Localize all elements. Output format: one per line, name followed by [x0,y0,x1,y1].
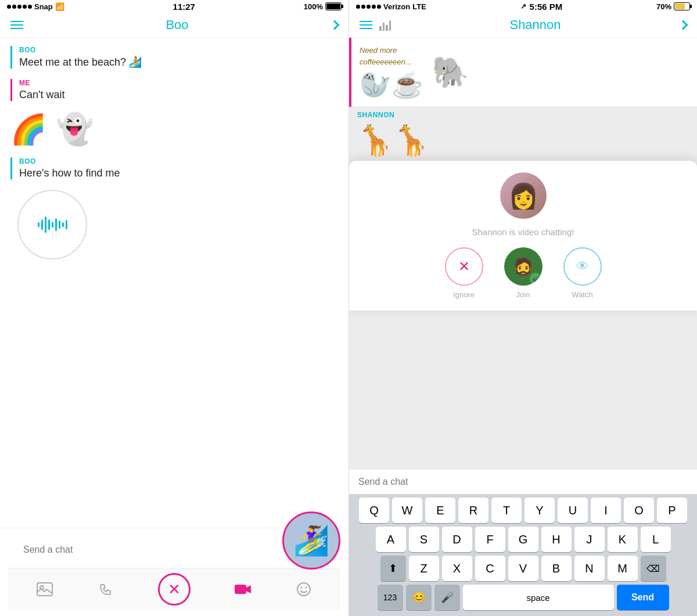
key-I[interactable]: I [591,498,621,523]
key-T[interactable]: T [491,498,522,523]
key-U[interactable]: U [558,498,588,523]
right-send-chat[interactable] [349,469,697,494]
sticker-row: 🌈 👻 [10,111,338,147]
sender-label-boo-2: BOO [19,157,338,165]
message-text-boo-1: Meet me at the beach? 🏄 [19,56,338,69]
svg-point-5 [306,587,307,589]
battery-fill-left [326,3,340,9]
ignore-call-btn-left[interactable]: ✕ [158,573,191,606]
bar-chart-icon[interactable] [379,19,391,31]
coffee-walrus-sticker: 🦭☕ [360,70,423,100]
walrus-sticker: 🐘 [432,55,469,90]
chat-title-right: Shannon [509,17,561,33]
message-text-me: Can't wait [19,89,338,101]
key-Q[interactable]: Q [359,498,389,523]
right-battery-area: 70% [656,2,690,11]
key-X[interactable]: X [442,556,472,581]
key-V[interactable]: V [508,556,538,581]
key-L[interactable]: L [641,527,671,552]
key-A[interactable]: A [376,527,406,552]
wifi-icon: 📶 [55,2,64,11]
key-D[interactable]: D [442,527,472,552]
right-status-left: Verizon LTE [356,2,426,11]
key-O[interactable]: O [624,498,654,523]
join-label: Join [516,290,530,299]
ignore-x-icon: ✕ [458,258,470,275]
left-status-bar: Snap 📶 11:27 100% [0,0,348,13]
mic-key[interactable]: 🎤 [434,585,460,610]
key-C[interactable]: C [475,556,505,581]
left-chat-area[interactable]: BOO Meet me at the beach? 🏄 ME Can't wai… [0,38,348,528]
left-bottom-toolbar: ✕ [8,568,340,610]
send-key[interactable]: Send [617,585,669,610]
chevron-right-left[interactable] [330,20,340,30]
left-status-right: 100% [304,2,342,11]
camera-toolbar-btn[interactable] [233,580,252,599]
watch-circle[interactable]: 👁 [563,247,602,286]
giraffes-sticker: 🦒🦒 [349,120,697,161]
key-M[interactable]: M [608,556,638,581]
ghost-sticker: 👻 [56,111,94,147]
ignore-btn[interactable]: ✕ Ignore [445,247,483,299]
key-K[interactable]: K [608,527,638,552]
svg-rect-2 [235,585,246,594]
image-toolbar-btn[interactable] [35,580,54,599]
hamburger-menu-left[interactable] [10,21,23,29]
battery-percent-left: 100% [304,2,323,11]
delete-key[interactable]: ⌫ [641,556,666,581]
ignore-circle[interactable]: ✕ [445,247,483,286]
ignore-label: Ignore [453,290,475,299]
key-S[interactable]: S [409,527,439,552]
phone-toolbar-btn[interactable] [96,580,115,599]
key-E[interactable]: E [425,498,455,523]
watch-btn[interactable]: 👁 Watch [563,247,602,299]
right-chat-area[interactable]: Need morecoffeeeeeeen... 🦭☕ 🐘 SHANNON 🦒🦒… [349,38,697,469]
time-right: 5:56 PM [530,2,563,12]
num-key[interactable]: 123 [378,585,403,610]
sender-label-boo-1: BOO [19,46,338,54]
battery-icon-right [674,2,690,10]
key-N[interactable]: N [574,556,605,581]
svg-point-3 [297,583,310,596]
key-J[interactable]: J [574,527,605,552]
key-P[interactable]: P [657,498,687,523]
join-btn[interactable]: 🧔 📹 Join [504,247,542,299]
key-Y[interactable]: Y [524,498,555,523]
right-send-chat-input[interactable] [358,477,688,487]
hamburger-menu-right[interactable] [360,21,372,29]
emoji-key[interactable]: 😊 [406,585,432,610]
time-left: 11:27 [173,2,195,12]
battery-fill-right [675,3,685,9]
keyboard-row-3: ⬆ Z X C V B N M ⌫ [351,556,695,581]
audio-message[interactable] [17,190,87,260]
keyboard-row-1: Q W E R T Y U I O P [351,498,695,523]
right-nav-bar: Shannon [349,13,697,38]
key-H[interactable]: H [541,527,572,552]
carrier-label-left: Snap [34,2,53,11]
svg-point-4 [301,587,303,589]
coffee-content: Need morecoffeeeeeeen... 🦭☕ 🐘 [351,38,477,107]
message-block-me: ME Can't wait [10,79,338,101]
chevron-right-right[interactable] [678,20,688,30]
right-status-right: ↗ 5:56 PM [520,2,563,12]
key-F[interactable]: F [475,527,505,552]
key-R[interactable]: R [458,498,488,523]
key-G[interactable]: G [508,527,538,552]
key-W[interactable]: W [392,498,422,523]
signal-dots-right [356,5,381,9]
video-chat-status: Shannon is video chatting! [472,227,574,237]
coffee-message-block: Need morecoffeeeeeeen... 🦭☕ 🐘 [349,38,697,107]
left-bottom-section: 🏄‍♀️ ✕ [0,528,348,616]
location-icon: ↗ [520,2,526,10]
join-avatar-emoji: 🧔 [512,257,534,277]
emoji-toolbar-btn[interactable] [294,580,313,599]
battery-icon-left [325,2,342,10]
right-nav-left-icons [360,19,391,31]
coffee-text: Need morecoffeeeeeeen... [360,45,423,67]
join-circle[interactable]: 🧔 📹 [504,247,542,286]
space-key[interactable]: space [463,585,614,610]
shift-key[interactable]: ⬆ [380,556,406,581]
watch-eye-icon: 👁 [576,259,589,274]
key-Z[interactable]: Z [409,556,439,581]
key-B[interactable]: B [541,556,572,581]
